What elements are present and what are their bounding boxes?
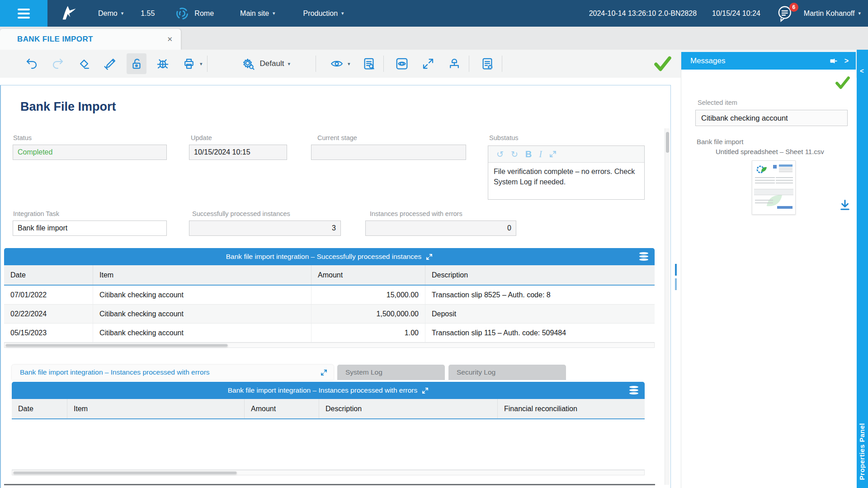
column-header-financial-reconciliation[interactable]: Financial reconciliation	[498, 399, 645, 418]
thumbnail-header-block	[779, 164, 793, 173]
success-table-columns: DateItemAmountDescription	[4, 265, 655, 286]
status-field[interactable]: Completed	[13, 145, 167, 160]
scrollbar-thumb[interactable]	[666, 132, 669, 153]
error-count-field[interactable]: 0	[365, 221, 516, 236]
pin-icon[interactable]	[829, 56, 838, 66]
table-row[interactable]: 05/15/2023Citibank checking account1.00T…	[4, 324, 655, 343]
attachment-file-name[interactable]: Untitled spreadsheet – Sheet 11.csv	[716, 148, 824, 155]
redo-button[interactable]	[48, 53, 68, 74]
chevron-down-icon: ▾	[858, 10, 861, 16]
data-options-icon[interactable]	[629, 386, 638, 394]
table-row[interactable]: 02/22/2024Citibank checking account1,500…	[4, 305, 655, 324]
substatus-field[interactable]: ↺ ↻ B I File verification complete – no …	[488, 145, 645, 200]
notifications-button[interactable]: 6	[776, 5, 796, 23]
column-header-description[interactable]: Description	[425, 265, 655, 285]
preview-button[interactable]	[392, 53, 412, 74]
company-dropdown[interactable]: Demo ▾	[98, 9, 123, 18]
column-header-item[interactable]: Item	[67, 399, 245, 418]
expand-screen-button[interactable]	[418, 53, 438, 74]
success-table-header: Bank file import integration – Successfu…	[4, 248, 655, 265]
tab-errors-instances[interactable]: Bank file import integration – Instances…	[12, 365, 334, 380]
view-caret[interactable]: ▾	[288, 61, 290, 67]
table-cell: 1,500,000.00	[311, 305, 425, 323]
tab-system-log[interactable]: System Log	[337, 365, 445, 380]
gear-leaf-logo-icon	[756, 164, 768, 174]
table-cell: Citibank checking account	[93, 286, 311, 304]
main-site-dropdown[interactable]: Main site ▾	[240, 9, 275, 18]
build-info-label: 2024-10-14 13:26:10 2.0-BN2828	[589, 9, 697, 18]
scrollbar-thumb[interactable]	[13, 471, 237, 474]
column-header-date[interactable]: Date	[4, 265, 93, 285]
expand-table-icon[interactable]	[426, 253, 433, 260]
empty-table-area	[12, 419, 645, 470]
update-field[interactable]: 10/15/2024 10:15	[189, 145, 287, 160]
hierarchy-button[interactable]	[444, 53, 464, 74]
column-header-date[interactable]: Date	[12, 399, 67, 418]
scrollbar-thumb[interactable]	[5, 344, 228, 347]
tab-bank-file-import[interactable]: BANK FILE IMPORT ✕	[0, 29, 181, 50]
download-attachment-button[interactable]	[839, 199, 852, 212]
vertical-scrollbar[interactable]	[665, 128, 670, 485]
notification-badge: 6	[789, 3, 798, 12]
site-label[interactable]: Rome	[194, 9, 214, 18]
success-count-field[interactable]: 3	[189, 221, 341, 236]
watch-button[interactable]	[327, 53, 347, 74]
list-cancel-icon	[481, 57, 494, 70]
document-search-button[interactable]	[359, 53, 379, 74]
form-panel: Bank File Import Status Completed Update…	[0, 85, 671, 488]
expand-icon[interactable]	[549, 150, 557, 158]
redo-icon[interactable]: ↻	[511, 149, 518, 160]
print-options-caret[interactable]: ▾	[200, 61, 203, 67]
chevron-down-icon: ▾	[341, 10, 344, 16]
collapse-panel-icon[interactable]: >	[844, 57, 849, 65]
main-menu-button[interactable]	[0, 0, 47, 27]
horizontal-scrollbar[interactable]	[12, 470, 645, 475]
undo-button[interactable]	[22, 53, 42, 74]
error-instances-table: Bank file import integration – Instances…	[12, 382, 645, 475]
success-table-title: Bank file import integration – Successfu…	[226, 253, 422, 261]
document-search-icon	[362, 57, 376, 70]
environment-dropdown[interactable]: Production ▾	[303, 9, 344, 18]
watch-caret[interactable]: ▾	[348, 61, 350, 67]
table-row[interactable]: 07/01/2022Citibank checking account15,00…	[4, 286, 655, 305]
list-actions-button[interactable]	[477, 53, 497, 74]
properties-panel-strip[interactable]: < Properties Panel	[857, 50, 868, 488]
close-tab-icon[interactable]: ✕	[167, 35, 173, 43]
expand-properties-icon[interactable]: <	[860, 67, 864, 75]
current-stage-label: Current stage	[317, 134, 357, 141]
table-cell: 15,000.00	[311, 286, 425, 304]
print-button[interactable]	[179, 53, 199, 74]
italic-icon[interactable]: I	[539, 149, 542, 160]
tab-title: BANK FILE IMPORT	[17, 35, 93, 44]
unlock-button[interactable]	[127, 53, 146, 74]
table-cell: 07/01/2022	[4, 286, 93, 304]
table-cell: Deposit	[425, 305, 655, 323]
column-header-item[interactable]: Item	[93, 265, 311, 285]
undo-icon[interactable]: ↺	[496, 149, 504, 160]
user-name: Martin Kohanoff	[804, 9, 855, 18]
expand-table-icon[interactable]	[422, 387, 429, 394]
column-header-description[interactable]: Description	[319, 399, 498, 418]
expand-tab-icon[interactable]	[321, 369, 327, 376]
view-name-label[interactable]: Default	[260, 59, 284, 68]
selected-item-field[interactable]: Citibank checking account	[695, 110, 848, 126]
tab-security-log[interactable]: Security Log	[448, 365, 566, 380]
column-header-amount[interactable]: Amount	[311, 265, 425, 285]
clear-button[interactable]	[74, 53, 94, 74]
site-rings-icon	[175, 7, 189, 20]
horizontal-scrollbar[interactable]	[4, 343, 655, 348]
thumbnail-mark	[773, 165, 777, 169]
bold-icon[interactable]: B	[525, 149, 532, 160]
column-header-amount[interactable]: Amount	[245, 399, 319, 418]
design-mode-button[interactable]	[100, 53, 120, 74]
current-stage-field[interactable]	[311, 145, 466, 160]
message-success-check-icon	[835, 75, 850, 90]
attachment-thumbnail[interactable]	[752, 160, 796, 215]
record-saved-check-icon	[654, 55, 672, 72]
user-menu[interactable]: Martin Kohanoff ▾	[804, 9, 861, 18]
view-settings-button[interactable]	[238, 53, 258, 74]
integration-task-field[interactable]: Bank file import	[13, 221, 167, 236]
debug-button[interactable]	[153, 53, 173, 74]
messages-panel: Messages > Selected item Citibank checki…	[681, 52, 856, 488]
data-options-icon[interactable]	[639, 252, 648, 261]
